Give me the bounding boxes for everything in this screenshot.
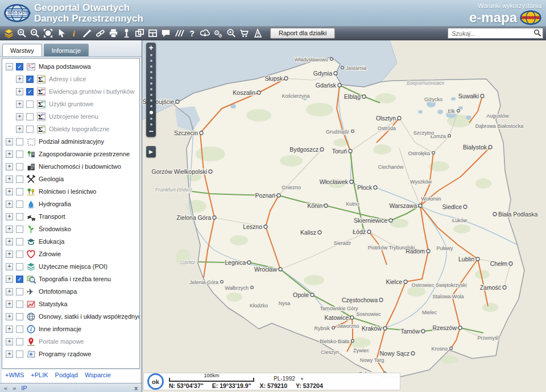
expand-icon[interactable]: + xyxy=(6,326,13,333)
layer-label[interactable]: Statystyka xyxy=(39,301,68,307)
layer-checkbox[interactable] xyxy=(16,313,23,320)
zoom-out-icon[interactable] xyxy=(29,27,42,39)
layer-label[interactable]: Zagospodarowanie przestrzenne xyxy=(39,151,130,157)
settings-icon[interactable]: ⚙⚙ xyxy=(212,27,225,39)
footer-link-plik[interactable]: +PLIK xyxy=(31,372,48,383)
expand-icon[interactable]: + xyxy=(6,238,13,245)
expand-icon[interactable]: + xyxy=(6,226,13,233)
hatch-icon[interactable] xyxy=(173,27,185,39)
expand-icon[interactable]: + xyxy=(6,313,13,320)
collapse-icon[interactable]: − xyxy=(6,63,13,70)
layer-label[interactable]: Adresy i ulice xyxy=(49,76,86,82)
layer-checkbox[interactable] xyxy=(16,338,23,345)
layer-label[interactable]: Hydrografia xyxy=(39,201,71,207)
layer-label[interactable]: Rolnictwo i leśnictwo xyxy=(39,188,96,195)
layer-label[interactable]: Osnowy, siatki i układy współrzędnych xyxy=(39,313,140,320)
layer-label[interactable]: Użyteczne miejsca (POI) xyxy=(39,263,107,270)
select-area-icon[interactable] xyxy=(42,27,55,39)
close-icon[interactable]: x xyxy=(135,385,138,391)
layer-checkbox[interactable] xyxy=(16,201,23,208)
layer-label[interactable]: Środowisko xyxy=(39,226,71,232)
expand-icon[interactable]: + xyxy=(6,163,13,170)
expand-icon[interactable]: + xyxy=(16,88,23,95)
zoom-level-dot[interactable] xyxy=(150,71,152,73)
layer-label[interactable]: Mapa podstawowa xyxy=(39,63,91,70)
zoom-in-icon[interactable] xyxy=(16,27,28,39)
layer-label[interactable]: Transport xyxy=(39,213,65,220)
pin-info-icon[interactable] xyxy=(121,27,133,39)
footer-link-wsparcie[interactable]: Wsparcie xyxy=(85,372,111,383)
terms-link[interactable]: Warunki wykorzystania xyxy=(478,2,541,9)
print-icon[interactable] xyxy=(107,27,120,39)
layer-checkbox[interactable]: ✓ xyxy=(16,276,23,283)
layer-checkbox[interactable] xyxy=(16,151,23,158)
layer-checkbox[interactable] xyxy=(16,213,23,220)
ip-link[interactable]: IP xyxy=(21,385,27,391)
windows-icon[interactable] xyxy=(134,27,146,39)
expand-icon[interactable]: + xyxy=(6,138,13,145)
search-input[interactable] xyxy=(448,28,543,39)
layer-checkbox[interactable]: ✓ xyxy=(16,63,23,70)
layer-label[interactable]: Ewidencja gruntów i budynków xyxy=(49,88,134,95)
zoom-out-button[interactable]: − xyxy=(148,127,153,136)
layer-label[interactable]: Zdrowie xyxy=(39,251,61,257)
layer-checkbox[interactable] xyxy=(26,126,34,133)
expand-icon[interactable]: + xyxy=(6,176,13,183)
layer-label[interactable]: Topografia i rzeźba terenu xyxy=(39,276,111,282)
layer-label[interactable]: Programy rządowe xyxy=(39,351,91,357)
zoom-level-dot[interactable] xyxy=(150,94,152,96)
expand-icon[interactable]: + xyxy=(6,301,13,308)
info-icon[interactable]: i xyxy=(68,27,81,39)
expand-icon[interactable]: + xyxy=(16,113,23,120)
layer-label[interactable]: Użytki gruntowe xyxy=(49,101,93,107)
zoom-level-dot[interactable] xyxy=(150,82,152,85)
crs-select[interactable]: PL-1992 ▾ xyxy=(274,376,303,382)
layer-label[interactable]: Obiekty topograficzne xyxy=(49,126,109,132)
zoom-level-dot[interactable] xyxy=(150,111,153,114)
layer-checkbox[interactable] xyxy=(16,238,23,245)
layer-checkbox[interactable] xyxy=(16,226,23,233)
layer-label[interactable]: Portale mapowe xyxy=(39,338,84,345)
expand-icon[interactable]: + xyxy=(6,201,13,208)
expand-icon[interactable]: + xyxy=(6,338,13,345)
expand-icon[interactable]: + xyxy=(16,76,23,83)
cart-icon[interactable] xyxy=(238,27,251,39)
pager-next-icon[interactable]: » xyxy=(13,385,16,391)
measure-icon[interactable] xyxy=(81,27,94,39)
ok-button[interactable]: ok xyxy=(147,373,164,390)
zoom-level-dot[interactable] xyxy=(150,77,152,79)
cloud-download-icon[interactable] xyxy=(199,27,212,39)
expand-icon[interactable]: + xyxy=(6,276,13,283)
pager-prev-icon[interactable]: « xyxy=(4,385,7,391)
layer-checkbox[interactable] xyxy=(16,326,23,333)
footer-link-podgląd[interactable]: Podgląd xyxy=(55,372,78,383)
zoom-level-dot[interactable] xyxy=(150,105,152,107)
warning-icon[interactable] xyxy=(251,27,264,39)
zoom-level-dot[interactable] xyxy=(150,60,152,62)
layer-checkbox[interactable] xyxy=(26,101,34,108)
zoom-level-dot[interactable] xyxy=(150,88,152,90)
expand-icon[interactable]: + xyxy=(6,188,13,195)
layer-checkbox[interactable] xyxy=(16,188,23,195)
expand-icon[interactable]: + xyxy=(6,251,13,258)
help-icon[interactable]: ? xyxy=(186,27,198,39)
layer-label[interactable]: Podział administracyjny xyxy=(39,138,104,145)
layer-checkbox[interactable] xyxy=(16,288,23,295)
tab-informacje[interactable]: Informacje xyxy=(44,44,89,56)
layer-checkbox[interactable]: ✓ xyxy=(26,88,34,95)
layer-label[interactable]: Ortofotomapa xyxy=(39,288,77,295)
comment-icon[interactable] xyxy=(160,27,172,39)
layer-checkbox[interactable] xyxy=(16,138,23,145)
layer-label[interactable]: Inne informacje xyxy=(39,326,81,332)
map-canvas[interactable]: ŚwinoujścieSzczecinKoszalinSłupskGdyniaG… xyxy=(142,40,546,392)
layer-checkbox[interactable] xyxy=(16,301,23,308)
expand-icon[interactable]: + xyxy=(6,288,13,295)
link-icon[interactable] xyxy=(94,27,107,39)
expand-icon[interactable]: + xyxy=(16,126,23,133)
preview-icon[interactable] xyxy=(225,27,238,39)
zoom-in-button[interactable]: + xyxy=(148,44,153,52)
layer-label[interactable]: Uzbrojenie terenu xyxy=(49,113,98,120)
layers-icon[interactable] xyxy=(3,27,15,39)
layout-icon[interactable] xyxy=(147,27,159,39)
footer-link-wms[interactable]: +WMS xyxy=(5,372,24,383)
